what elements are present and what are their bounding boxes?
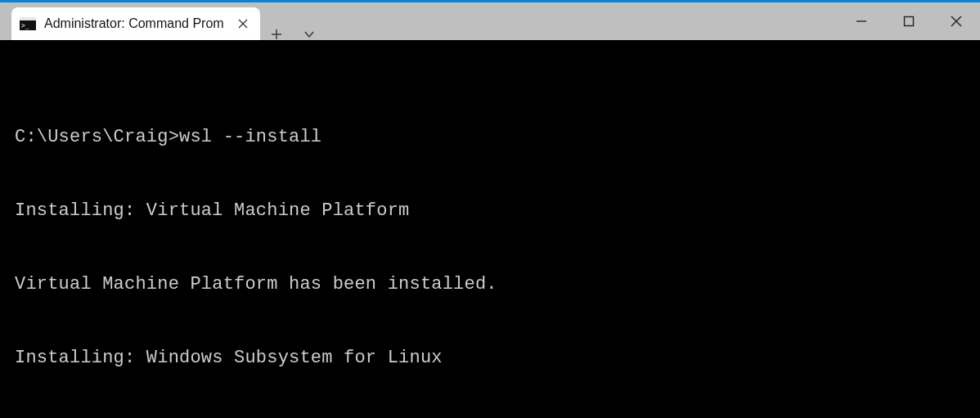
output-line: Virtual Machine Platform has been instal… <box>15 272 980 297</box>
maximize-button[interactable] <box>885 2 933 40</box>
svg-text:>_: >_ <box>21 22 29 29</box>
terminal-window: >_ Administrator: Command Prom <box>0 0 980 418</box>
titlebar[interactable]: >_ Administrator: Command Prom <box>0 2 980 40</box>
tab-title: Administrator: Command Prom <box>44 16 224 31</box>
svg-rect-1 <box>20 17 36 20</box>
command-prompt-icon: >_ <box>20 16 36 31</box>
minimize-button[interactable] <box>838 2 885 40</box>
window-controls <box>838 2 980 40</box>
terminal-output[interactable]: C:\Users\Craig>wsl --install Installing:… <box>0 40 980 418</box>
prompt-line: C:\Users\Craig>wsl --install <box>15 125 980 150</box>
tabs-area: >_ Administrator: Command Prom <box>0 2 838 40</box>
command-text: wsl --install <box>179 127 321 147</box>
prompt: C:\Users\Craig> <box>15 127 179 147</box>
close-button[interactable] <box>933 2 980 40</box>
svg-rect-8 <box>905 17 914 26</box>
new-tab-button[interactable] <box>260 29 293 40</box>
tab-dropdown-button[interactable] <box>293 29 326 40</box>
tab-close-button[interactable] <box>232 13 254 34</box>
output-line: Installing: Windows Subsystem for Linux <box>15 346 980 371</box>
tab-command-prompt[interactable]: >_ Administrator: Command Prom <box>11 7 260 40</box>
output-line: Installing: Virtual Machine Platform <box>15 199 980 223</box>
